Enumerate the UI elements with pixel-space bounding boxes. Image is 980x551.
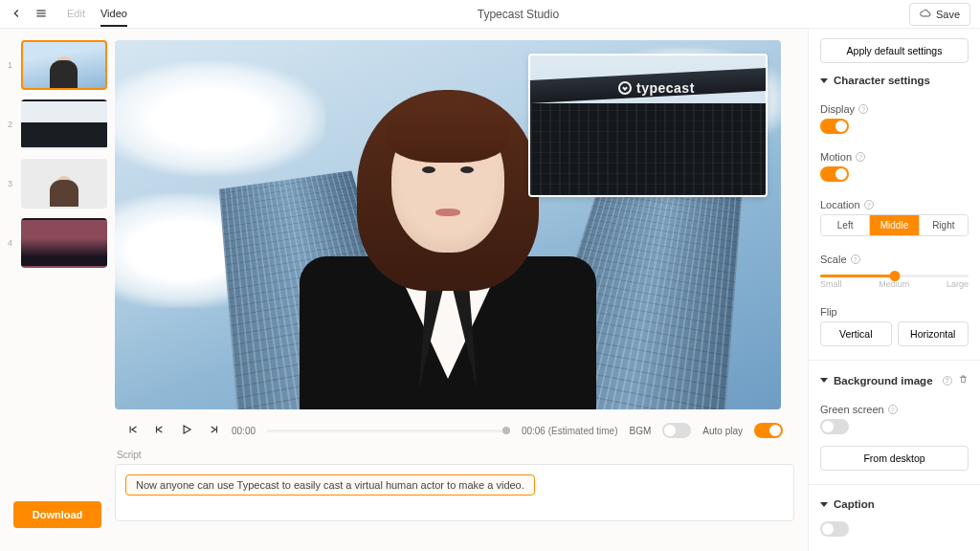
thumb-preview [21,99,107,149]
pip-logo: typecast [618,80,695,96]
playback-controls [126,423,220,438]
section-background[interactable]: Background image? [820,375,952,386]
back-icon[interactable] [10,7,23,22]
info-icon[interactable]: ? [851,254,860,264]
chevron-down-icon [820,502,828,507]
time-end: 00:06 (Estimated time) [522,426,618,436]
thumb-number: 2 [8,120,15,129]
video-canvas[interactable]: typecast [115,40,781,409]
thumb-number: 3 [8,179,15,188]
save-label: Save [936,9,960,20]
chevron-down-icon [820,378,828,383]
slide-thumbnails: 1 2 3 4 Download [0,29,115,551]
motion-label: Motion? [820,151,969,163]
script-line[interactable]: Now anyone can use Typecast to easily ca… [125,474,535,496]
flip-label: Flip [820,306,969,318]
thumb-preview [21,159,107,209]
info-icon[interactable]: ? [943,376,952,386]
location-segmented: Left Middle Right [820,214,969,236]
thumbnail-2[interactable]: 2 [8,99,107,149]
autoplay-label: Auto play [702,426,743,436]
green-screen-toggle[interactable] [820,419,849,434]
cloud-icon [920,8,931,21]
script-label: Script [117,450,794,460]
prev-icon[interactable] [153,423,167,438]
location-right[interactable]: Right [919,215,968,235]
green-screen-label: Green screen? [820,404,969,415]
thumb-number: 1 [8,60,15,70]
thumbnail-3[interactable]: 3 [8,159,107,209]
thumbnail-1[interactable]: 1 [8,40,107,90]
section-caption[interactable]: Caption [820,498,969,510]
top-bar: Edit Video Typecast Studio Save [0,0,980,29]
divider [809,360,980,361]
thumbnail-4[interactable]: 4 [8,218,107,268]
display-label: Display? [820,103,969,115]
play-icon[interactable] [180,423,193,438]
bgm-toggle[interactable] [662,423,691,438]
next-icon[interactable] [207,423,220,438]
bg-cloud [115,61,325,176]
menu-icon[interactable] [34,7,48,22]
script-box[interactable]: Now anyone can use Typecast to easily ca… [115,464,794,521]
thumb-preview [21,40,107,90]
skip-start-icon[interactable] [126,423,140,438]
motion-toggle[interactable] [820,166,849,182]
playback-bar: 00:00 00:06 (Estimated time) BGM Auto pl… [115,415,794,446]
trash-icon[interactable] [958,374,969,386]
autoplay-toggle[interactable] [754,423,783,438]
section-character[interactable]: Character settings [820,75,969,86]
info-icon[interactable]: ? [856,152,865,162]
location-label: Location? [820,199,969,210]
app-title: Typecast Studio [127,8,909,21]
time-current: 00:00 [232,426,256,436]
tab-edit[interactable]: Edit [67,2,85,27]
top-bar-left: Edit Video [10,2,127,27]
scale-label: Scale? [820,253,969,265]
scale-slider[interactable] [820,275,969,277]
settings-panel: Apply default settings Character setting… [808,29,980,551]
download-button[interactable]: Download [13,501,101,528]
caption-toggle[interactable] [820,521,849,537]
picture-in-picture[interactable]: typecast [528,54,768,197]
display-toggle[interactable] [820,119,849,134]
seek-track[interactable] [267,430,510,432]
divider [809,484,980,485]
save-button[interactable]: Save [909,3,970,26]
chevron-down-icon [820,78,828,83]
thumb-number: 4 [8,238,15,248]
apply-default-button[interactable]: Apply default settings [820,38,969,63]
bgm-label: BGM [630,426,652,436]
info-icon[interactable]: ? [864,200,874,209]
thumb-preview [21,218,107,268]
flip-horizontal-button[interactable]: Horizontal [898,321,969,346]
flip-vertical-button[interactable]: Vertical [820,321,892,346]
location-left[interactable]: Left [821,215,869,235]
main-area: 1 2 3 4 Download [0,29,980,551]
info-icon[interactable]: ? [888,405,898,414]
tab-video[interactable]: Video [100,2,127,27]
svg-marker-5 [184,426,190,433]
info-icon[interactable]: ? [858,104,868,114]
mode-tabs: Edit Video [67,2,127,27]
editor-center: typecast 00:00 00:06 (Estimated time) BG… [115,29,808,551]
from-desktop-button[interactable]: From desktop [820,446,969,471]
location-middle[interactable]: Middle [869,215,918,235]
